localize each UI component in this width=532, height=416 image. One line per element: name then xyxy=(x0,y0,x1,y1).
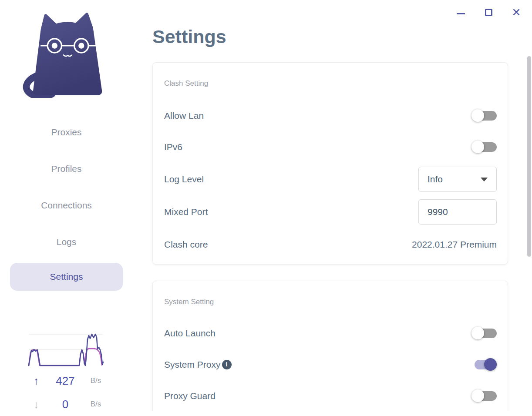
chevron-down-icon xyxy=(481,178,488,181)
upload-speed-value: 427 xyxy=(46,374,84,388)
mixed-port-input[interactable] xyxy=(418,199,497,225)
proxy-guard-toggle[interactable] xyxy=(471,389,497,403)
auto-launch-toggle[interactable] xyxy=(471,327,497,340)
system-proxy-toggle[interactable] xyxy=(471,358,497,371)
mixed-port-label: Mixed Port xyxy=(164,207,208,217)
upload-stat: ↑ 427 B/s xyxy=(26,373,107,388)
main-content: Settings Clash Setting Allow Lan IPv6 Lo… xyxy=(133,0,522,411)
traffic-graph xyxy=(28,327,104,367)
page-title: Settings xyxy=(152,26,226,47)
system-proxy-row: System Proxy i xyxy=(164,352,497,378)
sidebar: Proxies Profiles Connections Logs Settin… xyxy=(0,0,133,416)
info-icon[interactable]: i xyxy=(222,360,232,369)
system-proxy-label: System Proxy i xyxy=(164,359,232,370)
ipv6-row: IPv6 xyxy=(164,134,497,160)
allow-lan-row: Allow Lan xyxy=(164,103,497,129)
maximize-button[interactable] xyxy=(482,6,495,18)
auto-launch-label: Auto Launch xyxy=(164,328,215,339)
download-speed-value: 0 xyxy=(46,398,84,411)
clash-core-label: Clash core xyxy=(164,239,208,250)
maximize-icon xyxy=(485,9,492,16)
clash-cat-logo xyxy=(17,11,104,98)
proxy-guard-row: Proxy Guard xyxy=(164,383,497,409)
log-level-label: Log Level xyxy=(164,174,204,185)
sidebar-item-logs[interactable]: Logs xyxy=(10,228,123,256)
upload-line xyxy=(29,334,103,366)
window-controls: ✕ xyxy=(455,6,522,18)
clash-setting-card: Clash Setting Allow Lan IPv6 Log Level xyxy=(152,62,508,265)
app-window: ✕ xyxy=(0,0,532,416)
sidebar-item-proxies[interactable]: Proxies xyxy=(10,118,123,146)
toggle-thumb xyxy=(471,327,484,339)
clash-core-version: 2022.01.27 Premium xyxy=(412,239,497,250)
close-icon: ✕ xyxy=(512,7,521,18)
toggle-thumb xyxy=(484,358,497,371)
download-arrow-icon: ↓ xyxy=(26,398,46,411)
minimize-icon xyxy=(457,13,465,14)
download-stat: ↓ 0 B/s xyxy=(26,397,107,412)
ipv6-toggle[interactable] xyxy=(471,141,497,154)
log-level-row: Log Level Info xyxy=(164,166,497,192)
sidebar-item-profiles[interactable]: Profiles xyxy=(10,155,123,183)
clash-setting-header: Clash Setting xyxy=(164,79,208,88)
upload-speed-unit: B/s xyxy=(84,376,107,385)
sidebar-item-connections[interactable]: Connections xyxy=(10,191,123,219)
download-speed-unit: B/s xyxy=(84,400,107,409)
vertical-scrollbar[interactable] xyxy=(527,56,531,257)
log-level-select[interactable]: Info xyxy=(418,167,497,192)
auto-launch-row: Auto Launch xyxy=(164,320,497,346)
close-button[interactable]: ✕ xyxy=(510,6,522,18)
log-level-selected-value: Info xyxy=(428,174,481,185)
mixed-port-row: Mixed Port xyxy=(164,199,497,225)
ipv6-label: IPv6 xyxy=(164,142,182,152)
toggle-thumb xyxy=(471,141,484,153)
toggle-thumb xyxy=(471,389,484,402)
upload-arrow-icon: ↑ xyxy=(26,375,46,387)
clash-core-row: Clash core 2022.01.27 Premium xyxy=(164,231,497,258)
proxy-guard-label: Proxy Guard xyxy=(164,391,215,401)
system-setting-card: System Setting Auto Launch System Proxy … xyxy=(152,281,508,411)
minimize-button[interactable] xyxy=(455,6,467,18)
system-setting-header: System Setting xyxy=(164,298,214,306)
allow-lan-toggle[interactable] xyxy=(471,109,497,122)
sidebar-item-settings[interactable]: Settings xyxy=(10,263,123,291)
allow-lan-label: Allow Lan xyxy=(164,111,204,121)
toggle-thumb xyxy=(471,109,484,122)
